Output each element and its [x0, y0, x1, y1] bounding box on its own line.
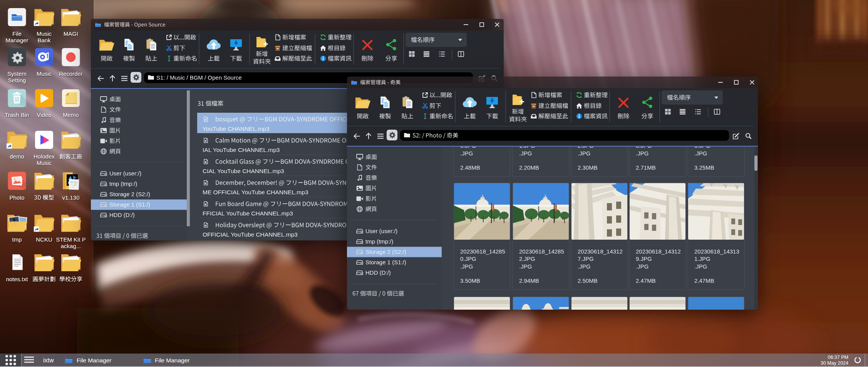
svg-text:HDD (D:/): HDD (D:/)	[365, 269, 391, 276]
svg-text:Storage 1 (S1:/): Storage 1 (S1:/)	[365, 259, 406, 265]
svg-text:Setting: Setting	[8, 77, 26, 83]
svg-text:Holodex: Holodex	[34, 153, 55, 160]
svg-text:2.48MB: 2.48MB	[460, 164, 480, 171]
svg-text:Storage 2 (S2:/): Storage 2 (S2:/)	[109, 191, 150, 197]
svg-text:notes.txt: notes.txt	[6, 276, 28, 282]
svg-text:MAGI: MAGI	[64, 30, 78, 37]
svg-text:7.JPG: 7.JPG	[578, 255, 594, 262]
svg-text:Music: Music	[37, 30, 52, 37]
svg-text:Music: Music	[37, 70, 52, 77]
svg-text:tmp (tmp:/): tmp (tmp:/)	[365, 238, 394, 245]
svg-text:.JPG: .JPG	[636, 150, 648, 157]
svg-text:Bank: Bank	[37, 37, 51, 43]
svg-text:File Manager: File Manager	[155, 357, 189, 364]
svg-text:FFICIAL YouTube CHANNEL.mp3: FFICIAL YouTube CHANNEL.mp3	[203, 210, 293, 217]
svg-text:Manager: Manager	[5, 37, 28, 43]
svg-text:20230618_14285: 20230618_14285	[519, 248, 564, 255]
svg-text:Photo: Photo	[9, 194, 24, 201]
svg-text:2.47MB: 2.47MB	[694, 277, 714, 284]
svg-text:Storage 1 (S1:/): Storage 1 (S1:/)	[109, 201, 150, 208]
svg-text:Storage 2 (S2:/): Storage 2 (S2:/)	[365, 249, 406, 255]
svg-text:ackag...: ackag...	[61, 243, 81, 249]
svg-text:Memo: Memo	[63, 112, 79, 118]
svg-text:Trash Bin: Trash Bin	[5, 112, 29, 118]
svg-text:.JPG: .JPG	[578, 263, 590, 270]
svg-text:06:37 PM: 06:37 PM	[828, 355, 848, 360]
svg-text:demo: demo	[10, 153, 24, 160]
svg-text:tmp: tmp	[12, 236, 22, 243]
svg-text:.JPG: .JPG	[519, 150, 532, 157]
svg-text:YouTube CHANNEL.mp3: YouTube CHANNEL.mp3	[203, 125, 270, 132]
svg-text:2.JPG: 2.JPG	[519, 255, 535, 262]
svg-text:HDD (D:/): HDD (D:/)	[109, 212, 135, 218]
svg-text:STEM Kit P: STEM Kit P	[56, 236, 86, 243]
svg-text:.JPG: .JPG	[460, 263, 473, 270]
svg-text:20230618_14312: 20230618_14312	[578, 248, 623, 255]
svg-text:.JPG: .JPG	[460, 150, 473, 157]
svg-text:System: System	[7, 70, 27, 77]
svg-text:3.50MB: 3.50MB	[460, 277, 480, 284]
svg-text:Video: Video	[37, 112, 51, 118]
svg-text:.JPG: .JPG	[519, 263, 532, 270]
svg-text:NCKU: NCKU	[36, 236, 52, 243]
svg-text:20230618_14313: 20230618_14313	[694, 248, 739, 255]
svg-text:OFFICIAL YouTube CHANNEL.mp3: OFFICIAL YouTube CHANNEL.mp3	[203, 231, 298, 238]
svg-text:tmp (tmp:/): tmp (tmp:/)	[109, 180, 137, 187]
svg-text:9.JPG: 9.JPG	[636, 255, 652, 262]
svg-text:2.94MB: 2.94MB	[519, 277, 539, 284]
svg-text:.JPG: .JPG	[636, 263, 648, 270]
svg-text:1.JPG: 1.JPG	[694, 255, 710, 262]
svg-text:.JPG: .JPG	[578, 150, 590, 157]
svg-text:20230618_14285: 20230618_14285	[460, 248, 505, 255]
svg-text:User (user:/): User (user:/)	[365, 228, 397, 234]
svg-text:20230618_14312: 20230618_14312	[636, 248, 681, 255]
svg-text:File: File	[12, 30, 22, 37]
svg-text:2.71MB: 2.71MB	[636, 164, 656, 171]
svg-text:2.50MB: 2.50MB	[578, 277, 598, 284]
svg-text:v1.130: v1.130	[62, 194, 79, 201]
svg-text:CIAL YouTube CHANNEL.mp3: CIAL YouTube CHANNEL.mp3	[203, 168, 284, 174]
svg-text:Music: Music	[37, 160, 52, 166]
svg-text:2.30MB: 2.30MB	[578, 164, 598, 171]
svg-text:IAL YouTube CHANNEL.mp3: IAL YouTube CHANNEL.mp3	[203, 147, 280, 153]
svg-text:2.47MB: 2.47MB	[636, 277, 656, 284]
svg-text:S1: / Music / BGM / Open Sourc: S1: / Music / BGM / Open Source	[156, 74, 242, 81]
svg-text:File Manager: File Manager	[77, 357, 111, 364]
svg-text:3.25MB: 3.25MB	[694, 164, 714, 171]
svg-text:.JPG: .JPG	[694, 263, 707, 270]
svg-text:ME OFFICIAL YouTube CHANNEL.mp: ME OFFICIAL YouTube CHANNEL.mp3	[203, 189, 308, 195]
svg-text:ixtw: ixtw	[43, 357, 54, 364]
svg-text:30 May 2024: 30 May 2024	[821, 360, 848, 366]
svg-text:User (user:/): User (user:/)	[109, 170, 141, 177]
svg-text:Recorder: Recorder	[59, 70, 83, 77]
svg-text:2.20MB: 2.20MB	[519, 164, 539, 171]
svg-text:0.JPG: 0.JPG	[460, 255, 476, 262]
svg-text:.JPG: .JPG	[694, 150, 707, 157]
